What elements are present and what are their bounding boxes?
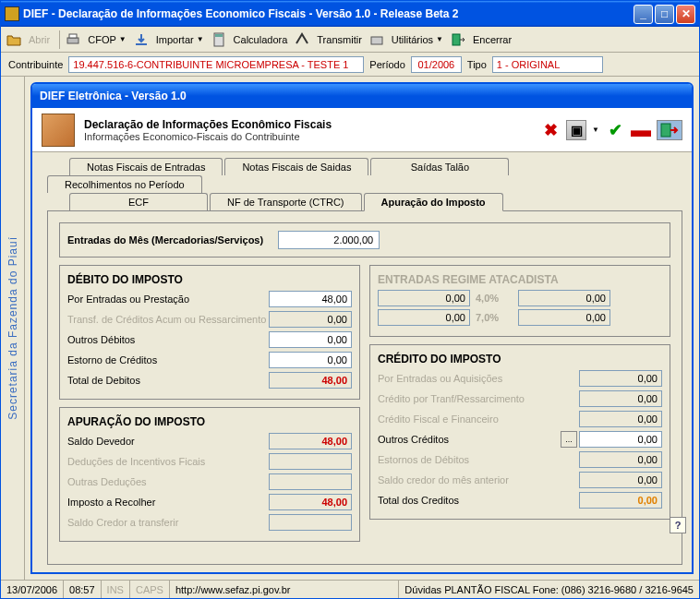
deducoes-label: Deduções de Incentivos Ficais [67,456,269,467]
credito-title: CRÉDITO DO IMPOSTO [378,353,662,365]
entradas-input[interactable] [278,231,380,249]
svg-rect-0 [67,38,78,43]
debito-por-entradas-label: Por Entradas ou Prestação [67,294,269,305]
debito-por-entradas-input[interactable] [269,291,352,307]
transmitir-button[interactable]: Transmitir [313,32,365,47]
deducoes-input [269,453,352,470]
cred-estornos-input [579,451,662,468]
status-duvidas: Dúvidas PLANTÃO FISCAL Fone: (086) 3216-… [399,581,699,598]
cred-fiscal-input [579,411,662,427]
svg-rect-7 [661,124,670,137]
cred-fiscal-label: Crédito Fiscal e Financeiro [378,413,579,425]
titlebar-text: DIEF - Declaração de Informações Economi… [23,7,634,20]
calc-icon [211,32,226,47]
minimize-button[interactable]: _ [634,5,653,24]
tab-saidas-talao[interactable]: Saídas Talão [370,158,509,175]
tipo-input[interactable] [492,56,603,73]
cred-transf-label: Crédito por Tranf/Ressarcimento [378,393,579,404]
close-button[interactable]: ✕ [676,5,695,24]
debito-outros-label: Outros Débitos [67,334,269,345]
confirm-button[interactable]: ✔ [605,120,625,140]
book-dropdown[interactable]: ▼ [592,126,599,134]
cred-saldo-ant-label: Saldo credor do mês anterior [378,474,579,485]
status-url: http://www.sefaz.pi.gov.br [170,581,399,598]
debito-transf-label: Transf. de Créditos Acum ou Ressarciment… [67,314,269,325]
cred-transf-input [579,390,662,407]
abrir-button[interactable]: Abrir [25,32,54,47]
importar-button[interactable]: Importar ▼ [152,32,208,47]
saldo-devedor-input [269,433,352,449]
utilitarios-button[interactable]: Utilitários ▼ [388,32,447,47]
folder-icon [6,32,21,47]
atacad-2b-input [518,309,610,326]
atacadista-group: ENTRADAS REGIME ATACADISTA 4,0% 7,0% [369,265,670,337]
cred-saldo-ant-input [579,472,662,488]
cred-outros-input[interactable] [579,431,662,448]
calculadora-button[interactable]: Calculadora [230,32,292,47]
exit-icon [451,32,465,47]
remove-button[interactable]: ▬ [631,120,651,140]
cred-entradas-input [579,370,662,387]
saldo-devedor-label: Saldo Devedor [67,436,269,447]
header-title: Declaração de Informações Econômico Fisc… [84,118,540,131]
main-window: DIEF - Declaração de Informações Economi… [0,0,700,599]
contribuinte-label: Contribuinte [8,59,63,70]
debito-estorno-input[interactable] [269,352,352,368]
svg-rect-2 [136,43,147,45]
outras-deducoes-input [269,473,352,490]
encerrar-button[interactable]: Encerrar [469,32,515,47]
periodo-input[interactable] [411,56,462,73]
tab-nf-entradas[interactable]: Notas Fiscais de Entradas [69,158,223,175]
tab-recolhimentos[interactable]: Recolhimentos no Período [47,175,202,193]
import-icon [134,32,149,47]
saldo-credor-label: Saldo Credor a transferir [67,517,269,528]
saldo-credor-input [269,514,352,531]
cfop-button[interactable]: CFOP ▼ [84,32,129,47]
exit-button[interactable] [657,120,682,140]
periodo-label: Período [369,59,405,70]
util-icon [369,32,384,47]
transmit-icon [295,32,309,47]
debito-estorno-label: Estorno de Créditos [67,354,269,365]
status-caps: CAPS [130,581,170,598]
tabs: Notas Fiscais de Entradas Notas Fiscais … [32,152,692,210]
maximize-button[interactable]: □ [655,5,674,24]
cred-outros-lookup[interactable]: ... [561,431,577,448]
debito-title: DÉBITO DO IMPOSTO [67,273,352,286]
apuracao-group: APURAÇÃO DO IMPOSTO Saldo Devedor Deduçõ… [59,407,360,542]
status-time: 08:57 [64,581,102,598]
tab-nf-transporte[interactable]: NF de Transporte (CTRC) [210,193,362,210]
sidebar-label: Secretaria da Fazenda do Piauí [6,236,19,420]
svg-rect-5 [371,37,382,44]
inner-window: DIEF Eletrônica - Versão 1.0 Declaração … [30,82,694,574]
help-button[interactable]: ? [670,517,686,533]
debito-outros-input[interactable] [269,331,352,348]
atacad-1a-input [378,290,470,306]
tab-panel-apuracao: Entradas do Mês (Mercadorias/Serviços) D… [47,210,682,565]
delete-button[interactable]: ✖ [540,120,561,140]
credito-group: CRÉDITO DO IMPOSTO Por Entradas ou Aquis… [369,344,670,520]
toolbar: Abrir CFOP ▼ Importar ▼ Calculadora Tran… [1,27,699,53]
titlebar: DIEF - Declaração de Informações Economi… [1,1,699,27]
entradas-label: Entradas do Mês (Mercadorias/Serviços) [67,234,263,246]
entradas-group: Entradas do Mês (Mercadorias/Serviços) [59,222,670,258]
atacad-p2-label: 7,0% [476,312,513,323]
tab-nf-saidas[interactable]: Notas Fiscais de Saidas [224,158,368,175]
tipo-label: Tipo [467,59,487,70]
cred-total-input [579,492,662,509]
debito-total-input [269,372,352,389]
atacad-2a-input [378,309,470,326]
tab-ecf[interactable]: ECF [69,193,208,210]
cred-entradas-label: Por Entradas ou Aquisições [378,373,579,384]
inner-titlebar: DIEF Eletrônica - Versão 1.0 [32,84,692,108]
statusbar: 13/07/2006 08:57 INS CAPS http://www.sef… [1,580,699,598]
book-button[interactable]: ▣ [566,120,586,140]
print-icon[interactable] [66,32,80,47]
app-icon [5,6,19,21]
atacad-p1-label: 4,0% [476,293,513,304]
cred-total-label: Total dos Creditos [378,495,579,506]
tab-apuracao[interactable]: Apuração do Imposto [364,193,503,211]
outras-deducoes-label: Outras Deduções [67,476,269,487]
contribuinte-input[interactable] [68,56,364,73]
book-icon [42,114,75,147]
